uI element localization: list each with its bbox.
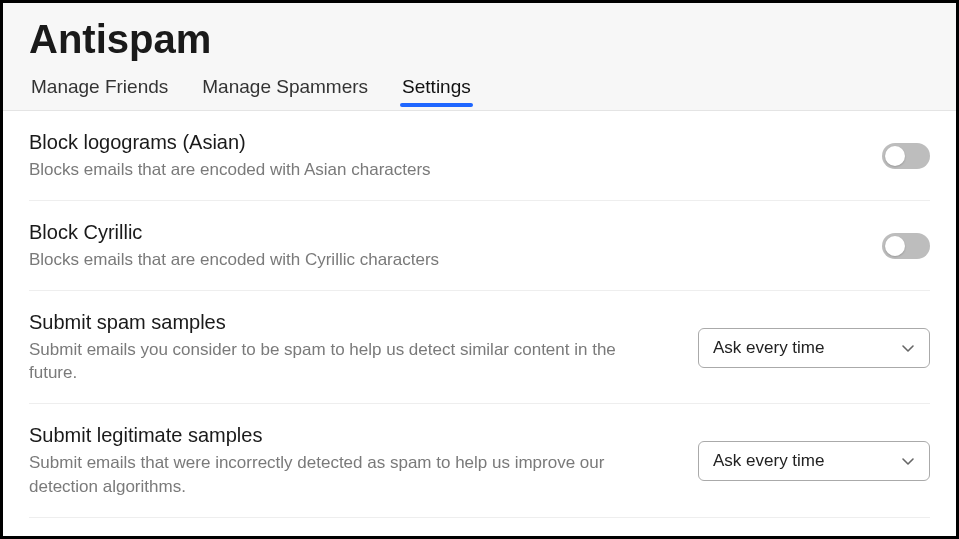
select-submit-spam[interactable]: Ask every time xyxy=(698,328,930,368)
setting-description: Submit emails that were incorrectly dete… xyxy=(29,451,668,499)
setting-title: Block logograms (Asian) xyxy=(29,131,669,154)
tab-bar: Manage Friends Manage Spammers Settings xyxy=(29,72,930,110)
setting-control: Ask every time xyxy=(698,328,930,368)
tab-label: Settings xyxy=(402,76,471,97)
setting-control xyxy=(882,233,930,259)
setting-description: Submit emails you consider to be spam to… xyxy=(29,338,668,386)
tab-label: Manage Friends xyxy=(31,76,168,97)
setting-control xyxy=(882,143,930,169)
chevron-down-icon xyxy=(901,341,915,355)
setting-text: Submit spam samples Submit emails you co… xyxy=(29,311,668,386)
setting-title: Submit legitimate samples xyxy=(29,424,668,447)
select-value: Ask every time xyxy=(713,451,824,471)
chevron-down-icon xyxy=(901,454,915,468)
app-frame: Antispam Manage Friends Manage Spammers … xyxy=(0,0,959,539)
tab-settings[interactable]: Settings xyxy=(400,72,473,110)
page-title: Antispam xyxy=(29,17,930,62)
setting-text: Submit legitimate samples Submit emails … xyxy=(29,424,668,499)
settings-content: Block logograms (Asian) Blocks emails th… xyxy=(3,111,956,518)
toggle-block-logograms[interactable] xyxy=(882,143,930,169)
select-value: Ask every time xyxy=(713,338,824,358)
toggle-knob xyxy=(885,146,905,166)
setting-row-block-logograms: Block logograms (Asian) Blocks emails th… xyxy=(29,111,930,201)
setting-control: Ask every time xyxy=(698,441,930,481)
toggle-block-cyrillic[interactable] xyxy=(882,233,930,259)
header: Antispam Manage Friends Manage Spammers … xyxy=(3,3,956,111)
setting-row-submit-spam: Submit spam samples Submit emails you co… xyxy=(29,291,930,405)
select-submit-legitimate[interactable]: Ask every time xyxy=(698,441,930,481)
tab-manage-friends[interactable]: Manage Friends xyxy=(29,72,170,110)
toggle-knob xyxy=(885,236,905,256)
setting-row-block-cyrillic: Block Cyrillic Blocks emails that are en… xyxy=(29,201,930,291)
setting-description: Blocks emails that are encoded with Cyri… xyxy=(29,248,669,272)
setting-title: Submit spam samples xyxy=(29,311,668,334)
tab-manage-spammers[interactable]: Manage Spammers xyxy=(200,72,370,110)
tab-label: Manage Spammers xyxy=(202,76,368,97)
setting-description: Blocks emails that are encoded with Asia… xyxy=(29,158,669,182)
setting-row-submit-legitimate: Submit legitimate samples Submit emails … xyxy=(29,404,930,518)
setting-text: Block Cyrillic Blocks emails that are en… xyxy=(29,221,669,272)
setting-text: Block logograms (Asian) Blocks emails th… xyxy=(29,131,669,182)
setting-title: Block Cyrillic xyxy=(29,221,669,244)
